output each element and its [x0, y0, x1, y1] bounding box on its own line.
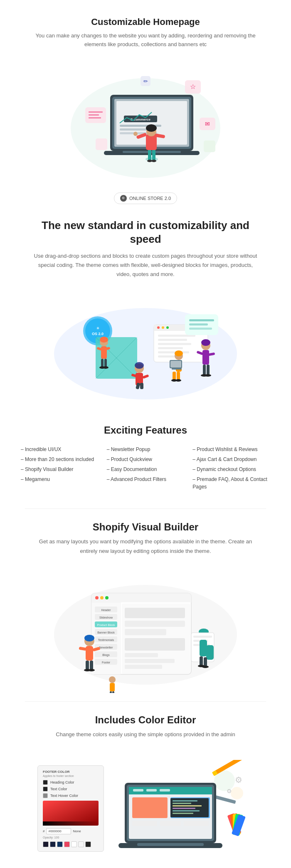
os2-svg: ☀ OS 2.0: [42, 296, 249, 408]
section-divider-2: [25, 701, 266, 702]
svg-text:Slideshow: Slideshow: [99, 616, 113, 619]
svg-rect-82: [177, 372, 180, 380]
svg-point-127: [84, 635, 94, 641]
svg-rect-172: [132, 797, 168, 818]
mini-swatch[interactable]: [57, 841, 63, 847]
svg-text:☆: ☆: [190, 83, 196, 90]
opacity-label: Opacity: 100: [43, 836, 99, 839]
svg-rect-148: [110, 683, 115, 691]
svg-rect-23: [123, 151, 181, 153]
section1-title: Customizable Homepage: [33, 17, 258, 27]
hex-row: # #000000 None: [43, 828, 99, 834]
color-row-text: Text Color: [43, 787, 99, 792]
color-editor-row: FOOTER COLOR Applies to footer section H…: [0, 760, 291, 857]
color-row-heading: Heading Color: [43, 780, 99, 785]
svg-rect-144: [204, 657, 207, 666]
svg-point-84: [175, 379, 181, 382]
heading-color-label: Heading Color: [50, 780, 74, 784]
svg-rect-11: [96, 138, 107, 150]
section-visual-builder: Shopify Visual Builder Get as many layou…: [0, 513, 291, 564]
feature-item: – Megamenu: [21, 474, 99, 484]
color-picker-gradient[interactable]: [43, 801, 99, 826]
svg-rect-8: [89, 117, 101, 118]
feature-item: – More than 20 sections included: [21, 454, 99, 464]
svg-text:Banner Block: Banner Block: [97, 631, 115, 634]
badge-label: ONLINE STORE 2.0: [129, 196, 171, 201]
svg-rect-169: [133, 789, 143, 792]
svg-rect-150: [112, 691, 114, 693]
section-color-editor: Includes Color Editor Change theme color…: [0, 706, 291, 752]
mini-swatch[interactable]: [85, 841, 91, 847]
svg-point-76: [175, 350, 183, 356]
feature-item: – Dynamic checkout Options: [192, 464, 270, 474]
svg-rect-170: [146, 789, 157, 792]
svg-rect-171: [160, 789, 170, 792]
svg-rect-25: [148, 149, 151, 160]
svg-rect-7: [89, 114, 99, 116]
feature-item: – Advanced Product Filters: [107, 474, 185, 484]
mini-swatch[interactable]: [64, 841, 70, 847]
color-row-hover: Text Hover Color: [43, 793, 99, 798]
text-color-label: Text Color: [50, 787, 67, 791]
svg-rect-120: [125, 621, 185, 627]
svg-point-48: [166, 326, 169, 329]
svg-text:Header: Header: [101, 609, 111, 612]
svg-rect-53: [158, 351, 189, 353]
color-panel: FOOTER COLOR Applies to footer section H…: [37, 765, 104, 852]
svg-text:⚙: ⚙: [235, 775, 242, 784]
svg-text:✏: ✏: [143, 78, 148, 84]
svg-rect-179: [173, 800, 197, 801]
svg-rect-181: [173, 805, 202, 806]
svg-point-46: [157, 326, 160, 329]
svg-text:⚙: ⚙: [227, 788, 232, 794]
feature-item: – Incredible UI/UX: [21, 444, 99, 454]
os2-illustration-wrapper: ☀ OS 2.0: [0, 291, 291, 412]
section-divider: [25, 508, 266, 509]
feature-item: – Product Wishlist & Reviews: [192, 444, 270, 454]
svg-rect-186: [137, 843, 204, 846]
svg-rect-128: [86, 646, 93, 661]
section5-title: Includes Color Editor: [33, 714, 258, 726]
svg-rect-175: [132, 821, 157, 826]
text-hover-label: Text Hover Color: [50, 794, 78, 798]
features-grid: – Incredible UI/UX – More than 20 sectio…: [21, 444, 270, 492]
section2-description: Use drag-and-drop sections and blocks to…: [33, 252, 258, 279]
feature-item: – Newsletter Popup: [107, 444, 185, 454]
mini-swatch[interactable]: [50, 841, 56, 847]
feature-item: – Product Quickview: [107, 454, 185, 464]
color-panel-subtitle: Applies to footer section: [43, 774, 99, 777]
features-col-2: – Newsletter Popup – Product Quickview –…: [107, 444, 185, 492]
section-customizable-homepage: Customizable Homepage You can make any c…: [0, 0, 291, 57]
color-swatch-black: [43, 780, 48, 785]
svg-text:Newsletter: Newsletter: [99, 646, 113, 649]
svg-rect-12: [204, 141, 215, 152]
svg-point-93: [205, 374, 211, 377]
svg-rect-180: [173, 803, 191, 804]
svg-text:Testimonials: Testimonials: [98, 639, 114, 641]
mini-swatch[interactable]: [78, 841, 84, 847]
svg-point-34: [133, 132, 138, 136]
mini-swatch[interactable]: [43, 841, 49, 847]
svg-rect-29: [146, 134, 157, 150]
svg-point-28: [151, 160, 156, 162]
feature-item: – Ajax Cart & Cart Dropdown: [192, 454, 270, 464]
svg-point-146: [202, 666, 209, 668]
svg-point-134: [88, 669, 95, 671]
section-new-standard: The new standard in customizability and …: [0, 215, 291, 292]
section1-description: You can make any changes to the website …: [33, 32, 258, 49]
svg-point-31: [146, 124, 157, 132]
hex-input[interactable]: #000000: [46, 828, 71, 834]
svg-rect-142: [206, 645, 214, 660]
color-swatches-row: [43, 841, 99, 847]
svg-text:Footer: Footer: [102, 661, 111, 664]
mini-swatch[interactable]: [71, 841, 77, 847]
svg-text:Product Block: Product Block: [97, 624, 115, 626]
visual-builder-illustration-wrapper: Header Slideshow Product Block Banner Bl…: [0, 564, 291, 697]
none-label: None: [73, 829, 81, 833]
section2-title: The new standard in customizability and …: [33, 219, 258, 247]
svg-point-47: [162, 326, 164, 329]
svg-rect-123: [125, 653, 158, 657]
svg-text:Blogs: Blogs: [102, 653, 110, 657]
svg-rect-91: [207, 365, 210, 375]
feature-item: – Shopify Visual Builder: [21, 464, 99, 474]
